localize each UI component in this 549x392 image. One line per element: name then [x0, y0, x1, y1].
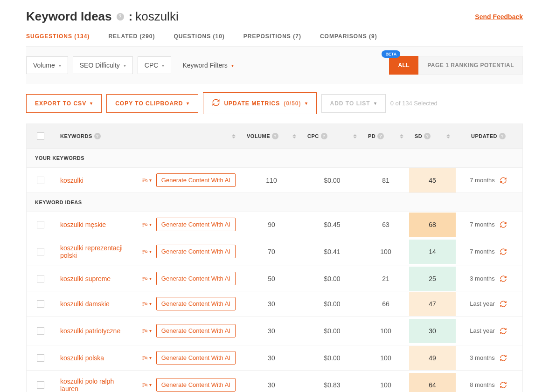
add-to-list-button[interactable]: ADD TO LIST ▾ — [321, 94, 386, 113]
tab[interactable]: COMPARISONS (9) — [320, 33, 377, 40]
generate-content-button[interactable]: Generate Content With AI — [156, 297, 236, 310]
keyword-link[interactable]: koszulki męskie — [60, 221, 106, 228]
tab[interactable]: QUESTIONS (10) — [174, 33, 225, 40]
seo-difficulty-filter[interactable]: SEO Difficulty ▾ — [73, 56, 133, 74]
row-checkbox[interactable] — [37, 248, 44, 255]
copy-clipboard-button[interactable]: COPY TO CLIPBOARD ▾ — [106, 94, 198, 113]
row-checkbox[interactable] — [37, 300, 44, 308]
generate-content-button[interactable]: Generate Content With AI — [156, 378, 236, 392]
keyword-link[interactable]: koszulki damskie — [60, 300, 110, 308]
tab[interactable]: RELATED (290) — [108, 33, 155, 40]
col-cpc[interactable]: CPC ? — [302, 133, 362, 139]
filter-icon[interactable]: ▾ — [141, 355, 152, 361]
tab[interactable]: PREPOSITIONS (7) — [243, 33, 301, 40]
row-checkbox[interactable] — [37, 221, 44, 228]
tabs-nav: SUGGESTIONS (134)RELATED (290)QUESTIONS … — [26, 33, 523, 47]
sort-icon[interactable] — [353, 134, 357, 138]
keyword-filters[interactable]: Keyword Filters ▾ — [176, 57, 240, 74]
send-feedback-link[interactable]: Send Feedback — [475, 13, 523, 21]
sort-icon[interactable] — [232, 134, 236, 138]
row-checkbox[interactable] — [37, 381, 44, 389]
chevron-down-icon: ▾ — [124, 63, 126, 68]
refresh-icon[interactable] — [500, 354, 507, 362]
cpc-filter[interactable]: CPC ▾ — [138, 56, 172, 74]
table-row: koszulki polo ralph lauren ▾ Generate Co… — [27, 370, 522, 392]
row-checkbox[interactable] — [37, 354, 44, 362]
cpc-value: $0.45 — [302, 217, 362, 232]
keyword-link[interactable]: koszulki patriotyczne — [60, 327, 120, 335]
chevron-down-icon: ▾ — [90, 101, 93, 106]
toggle-ranking-potential[interactable]: PAGE 1 RANKING POTENTIAL — [418, 56, 523, 75]
filter-icon[interactable]: ▾ — [141, 301, 152, 307]
pd-value: 63 — [362, 217, 409, 232]
col-sd[interactable]: SD ? — [409, 133, 456, 139]
filter-icon[interactable]: ▾ — [141, 328, 152, 334]
volume-value: 70 — [241, 244, 302, 259]
col-updated[interactable]: UPDATED ? — [456, 133, 521, 139]
generate-content-button[interactable]: Generate Content With AI — [156, 173, 236, 187]
generate-content-button[interactable]: Generate Content With AI — [156, 324, 236, 337]
volume-value: 110 — [241, 173, 302, 188]
svg-point-3 — [145, 179, 147, 181]
table-row: koszulki damskie ▾ Generate Content With… — [27, 291, 522, 316]
svg-line-4 — [147, 181, 147, 181]
keyword-link[interactable]: koszulki polo ralph lauren — [60, 378, 130, 392]
generate-content-button[interactable]: Generate Content With AI — [156, 272, 236, 285]
filter-icon[interactable]: ▾ — [141, 178, 152, 183]
updated-value: Last year — [470, 327, 494, 334]
refresh-icon[interactable] — [500, 221, 507, 228]
sd-value: 68 — [409, 213, 456, 237]
filter-icon[interactable]: ▾ — [141, 382, 152, 388]
help-icon[interactable]: ? — [94, 133, 101, 139]
help-icon[interactable]: ? — [321, 133, 327, 139]
refresh-icon[interactable] — [500, 275, 507, 282]
tab[interactable]: SUGGESTIONS (134) — [26, 33, 90, 40]
section-your-keywords: YOUR KEYWORDS — [27, 148, 522, 167]
row-checkbox[interactable] — [37, 327, 44, 335]
row-checkbox[interactable] — [37, 275, 44, 282]
svg-line-19 — [147, 279, 147, 280]
sd-value: 30 — [409, 319, 456, 343]
filter-icon[interactable]: ▾ — [141, 222, 152, 227]
export-csv-button[interactable]: EXPORT TO CSV ▾ — [26, 94, 102, 113]
col-keywords[interactable]: KEYWORDS ? — [55, 133, 241, 139]
toggle-all[interactable]: ALL — [389, 56, 418, 75]
refresh-icon[interactable] — [500, 381, 507, 389]
update-metrics-button[interactable]: UPDATE METRICS (0/50) ▾ — [203, 92, 316, 114]
volume-filter[interactable]: Volume ▾ — [26, 56, 68, 74]
sd-value: 45 — [409, 168, 456, 193]
row-checkbox[interactable] — [37, 177, 44, 184]
help-icon[interactable]: ? — [272, 133, 278, 139]
info-icon[interactable]: ? — [117, 13, 124, 21]
generate-content-button[interactable]: Generate Content With AI — [156, 245, 236, 258]
sort-icon[interactable] — [446, 134, 450, 138]
updated-value: 7 months — [470, 221, 494, 228]
refresh-icon[interactable] — [500, 248, 507, 255]
svg-line-39 — [147, 385, 147, 386]
col-volume[interactable]: VOLUME ? — [241, 133, 302, 139]
keyword-link[interactable]: koszulki reprezentacji polski — [60, 244, 130, 259]
generate-content-button[interactable]: Generate Content With AI — [156, 351, 236, 364]
col-pd[interactable]: PD ? — [362, 133, 409, 139]
updated-value: 7 months — [470, 177, 494, 184]
keyword-link[interactable]: koszulki supreme — [60, 275, 111, 282]
chevron-down-icon: ▾ — [374, 101, 377, 106]
keyword-link[interactable]: koszulki — [60, 177, 83, 184]
sort-icon[interactable] — [292, 134, 296, 138]
filter-icon[interactable]: ▾ — [141, 249, 152, 254]
cpc-value: $0.00 — [302, 323, 362, 338]
help-icon[interactable]: ? — [377, 133, 384, 139]
help-icon[interactable]: ? — [499, 133, 506, 139]
table-header: KEYWORDS ? VOLUME ? CPC ? PD ? SD ? — [27, 124, 522, 148]
svg-line-24 — [147, 304, 147, 305]
refresh-icon[interactable] — [500, 300, 507, 308]
refresh-icon[interactable] — [500, 327, 507, 335]
select-all-checkbox[interactable] — [37, 132, 44, 140]
refresh-icon[interactable] — [500, 177, 507, 184]
sort-icon[interactable] — [400, 134, 403, 138]
help-icon[interactable]: ? — [424, 133, 431, 139]
svg-point-18 — [145, 278, 147, 280]
filter-icon[interactable]: ▾ — [141, 276, 152, 282]
generate-content-button[interactable]: Generate Content With AI — [156, 218, 236, 231]
keyword-link[interactable]: koszulki polska — [60, 354, 104, 362]
